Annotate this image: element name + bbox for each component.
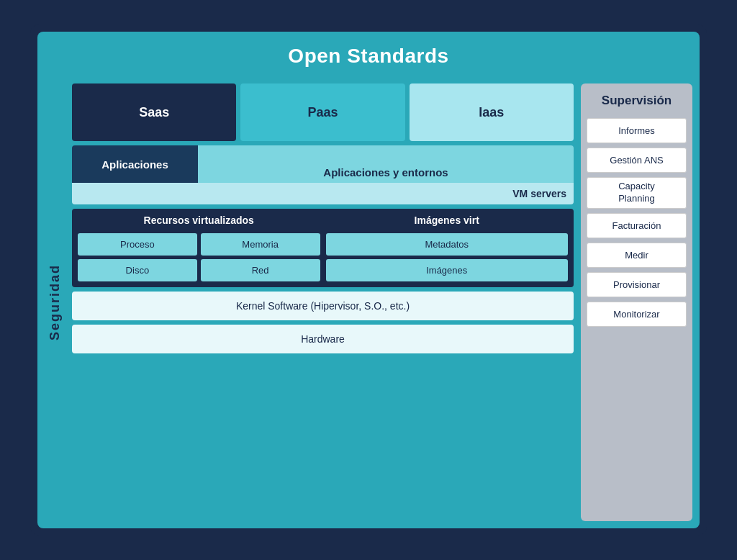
outer-frame: Open Standards Seguridad Saas Paas Iaas (30, 24, 707, 536)
supervision-capacity-planning: CapacityPlanning (587, 177, 687, 209)
apps-row: Aplicaciones Aplicaciones y entornos (72, 145, 574, 183)
top-service-row: Saas Paas Iaas (72, 83, 574, 141)
vm-row: VM servers (72, 183, 574, 204)
open-standards-header: Open Standards (37, 32, 700, 76)
supervision-title: Supervisión (587, 89, 687, 114)
hardware-row: Hardware (72, 325, 574, 353)
seguridad-label: Seguridad (45, 83, 65, 521)
supervision-facturacion: Facturación (587, 213, 687, 238)
imagenes-group: Imágenes virt Metadatos Imágenes (326, 214, 569, 281)
recurso-proceso: Proceso (78, 233, 197, 256)
recursos-grid: Proceso Memoria Disco Red (78, 233, 320, 281)
recursos-title: Recursos virtualizados (78, 214, 320, 229)
supervision-medir: Medir (587, 243, 687, 268)
recursos-group: Recursos virtualizados Proceso Memoria D… (78, 214, 320, 281)
imagen-imagenes: Imágenes (326, 259, 569, 281)
supervision-informes: Informes (587, 118, 687, 143)
apps-entornos-row: Aplicaciones y entornos (198, 145, 574, 183)
imagenes-title: Imágenes virt (326, 214, 569, 229)
imagenes-grid: Metadatos Imágenes (326, 233, 569, 281)
supervision-monitorizar: Monitorizar (587, 302, 687, 327)
supervision-panel: Supervisión Informes Gestión ANS Capacit… (581, 83, 692, 521)
header-title: Open Standards (288, 45, 448, 67)
recurso-memoria: Memoria (201, 233, 320, 256)
aplicaciones-box: Aplicaciones (72, 145, 198, 183)
main-content: Seguridad Saas Paas Iaas Aplica (37, 76, 700, 528)
supervision-provisionar: Provisionar (587, 272, 687, 297)
paas-box: Paas (240, 83, 404, 141)
middle-section: Aplicaciones Aplicaciones y entornos VM … (72, 145, 574, 204)
kernel-row: Kernel Software (Hipervisor, S.O., etc.) (72, 292, 574, 320)
iaas-box: Iaas (410, 83, 574, 141)
imagen-metadatos: Metadatos (326, 233, 569, 256)
virtualized-section: Recursos virtualizados Proceso Memoria D… (72, 209, 574, 287)
center-area: Saas Paas Iaas Aplicaciones Aplicaciones… (72, 83, 574, 521)
saas-box: Saas (72, 83, 236, 141)
recurso-red: Red (201, 259, 320, 281)
supervision-gestion-ans: Gestión ANS (587, 148, 687, 173)
recurso-disco: Disco (78, 259, 197, 281)
